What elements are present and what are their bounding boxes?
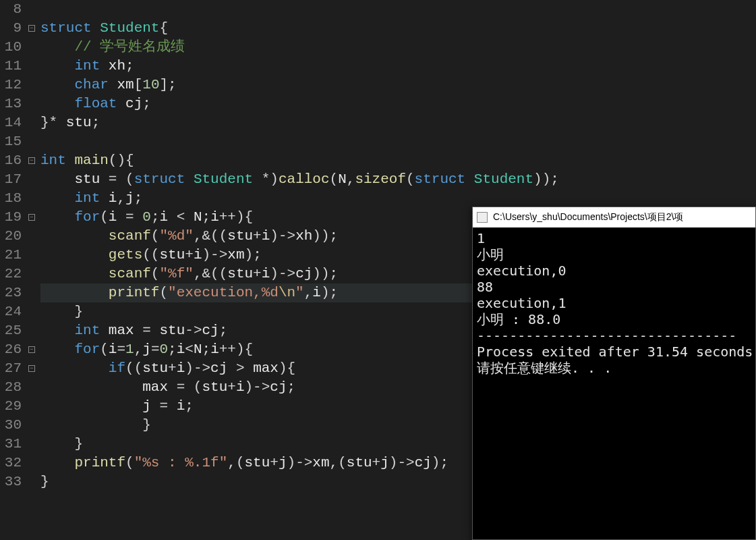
token: ,( [330,455,347,470]
token: if [109,360,125,376]
fold-cell [26,302,38,321]
code-line[interactable]: int xh; [40,57,756,76]
line-number: 16 [0,151,22,170]
token: = [151,342,160,357]
token: i [159,209,168,225]
token: i [109,209,117,225]
token: = [117,342,125,357]
fold-toggle-icon[interactable]: − [28,365,35,372]
token: ; [287,379,296,395]
fold-cell [26,265,38,284]
token: = ( [100,171,134,187]
token: ,( [227,455,244,470]
fold-cell [26,57,38,76]
token: , [304,285,313,300]
code-line[interactable] [40,132,756,151]
token [40,39,74,55]
token: , [117,190,125,206]
token: stu [227,266,253,281]
line-number: 12 [0,76,22,94]
token: stu [227,228,253,244]
code-line[interactable]: float cj; [40,94,756,113]
token [40,228,109,244]
fold-cell[interactable]: − [26,19,38,38]
token: -> [185,323,202,338]
token: ); [321,285,338,300]
code-line[interactable]: }* stu; [40,113,756,132]
token: i [312,285,321,300]
token: = [151,398,177,414]
code-line[interactable]: stu = (struct Student *)calloc(N,sizeof(… [40,170,756,189]
token: // 学号姓名成绩 [74,39,185,55]
token: [ [134,77,143,92]
token: "%f" [159,266,193,281]
token: scanf [109,228,151,244]
token: max [253,360,279,376]
line-number: 23 [0,284,22,302]
token: i [262,266,270,281]
token: )-> [270,228,295,244]
token: )-> [202,247,228,263]
token: Student [100,20,159,36]
token: i [109,190,117,206]
token: + [253,228,262,244]
code-line[interactable]: char xm[10]; [40,76,756,94]
token: )-> [245,379,270,395]
fold-toggle-icon[interactable]: − [28,346,35,353]
token [40,58,74,74]
token: N [194,209,202,225]
console-window[interactable]: C:\Users\y_shu\Documents\Projects\项目2\项 … [472,207,756,540]
token: cj [295,266,312,281]
token: max [109,323,134,338]
token: + [227,379,236,395]
token: )-> [270,266,295,281]
token [40,379,142,395]
fold-toggle-icon[interactable]: − [28,157,35,164]
token: )-> [287,455,313,470]
fold-cell[interactable]: − [26,208,38,227]
line-number: 18 [0,189,22,208]
fold-cell [26,473,38,491]
fold-cell[interactable]: − [26,151,38,170]
token: cj [210,360,227,376]
token: ); [245,247,262,263]
token: , [347,171,355,187]
token: )); [312,228,338,244]
fold-cell[interactable]: − [26,359,38,378]
fold-cell[interactable]: − [26,340,38,359]
token: ; [92,115,100,130]
code-line[interactable]: // 学号姓名成绩 [40,38,756,57]
token [40,323,74,338]
token: Student [474,171,533,187]
code-line[interactable]: int i,j; [40,189,756,208]
token: ; [125,58,134,74]
token [40,360,109,376]
token: ; [202,209,211,225]
token: + [372,455,381,470]
line-number: 13 [0,94,22,113]
token: = [117,209,142,225]
fold-toggle-icon[interactable]: − [28,25,35,32]
token: )); [533,171,559,187]
token: ( [151,228,160,244]
token: printf [109,285,160,300]
token: 1 [125,342,134,357]
token: sizeof [355,171,406,187]
fold-column[interactable]: −−−−− [26,0,38,540]
token: char [74,77,108,92]
console-titlebar[interactable]: C:\Users\y_shu\Documents\Projects\项目2\项 [473,207,755,227]
token: } [40,304,83,319]
line-number: 15 [0,132,22,151]
token: i [177,360,185,376]
line-number: 32 [0,454,22,473]
code-line[interactable] [40,0,756,19]
token: j [380,455,389,470]
token: cj [202,323,219,338]
token: i [210,209,219,225]
code-line[interactable]: struct Student{ [40,19,756,38]
fold-toggle-icon[interactable]: − [28,214,35,221]
token: cj [415,455,432,470]
token: + [253,266,262,281]
token: { [159,20,168,36]
code-line[interactable]: int main(){ [40,151,756,170]
